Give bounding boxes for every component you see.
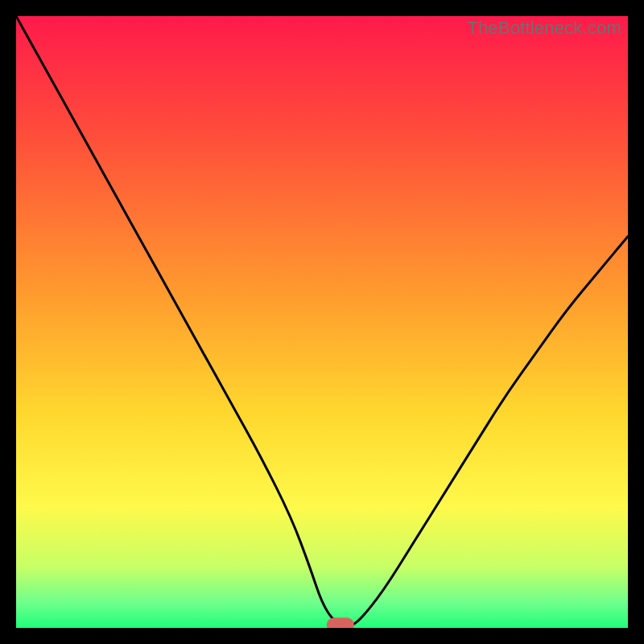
- bottleneck-chart: [16, 16, 628, 628]
- watermark-text: TheBottleneck.com: [467, 18, 621, 39]
- optimal-marker: [327, 617, 354, 628]
- gradient-background: [16, 16, 628, 628]
- chart-stage: TheBottleneck.com: [0, 0, 644, 644]
- plot-area: TheBottleneck.com: [16, 16, 628, 628]
